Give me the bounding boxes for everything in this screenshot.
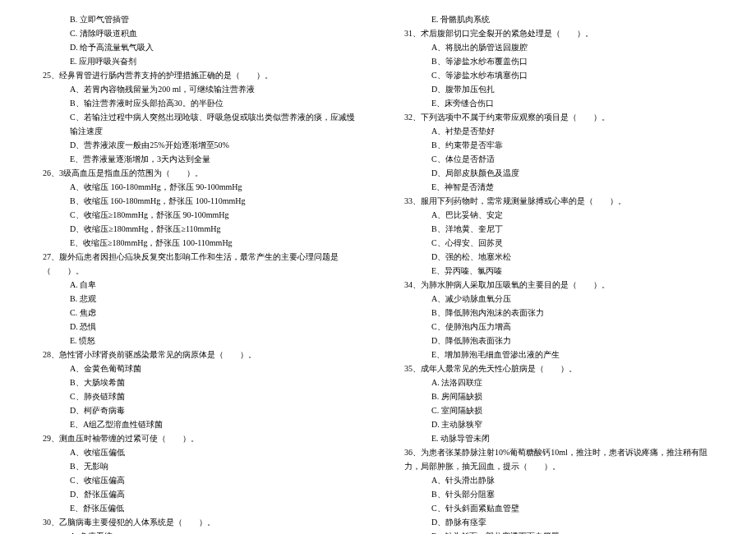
- option: C、若输注过程中病人突然出现呛咳、呼吸急促或咳出类似营养液的痰，应减慢输注速度: [33, 110, 362, 138]
- option: D、营养液浓度一般由25%开始逐渐增至50%: [33, 138, 362, 152]
- question-31: 31、术后腹部切口完全裂开的紧急处理是（ ）。: [394, 26, 723, 40]
- option: C、使肺泡内压力增高: [394, 320, 723, 334]
- option: E、针头斜面一部分穿透下面血管壁: [394, 529, 723, 534]
- option: A、衬垫是否垫好: [394, 124, 723, 138]
- option: B、大肠埃希菌: [33, 375, 362, 389]
- option: C、等渗盐水纱布填塞伤口: [394, 68, 723, 82]
- option: D. 恐惧: [33, 320, 362, 334]
- question-35: 35、成年人最常见的先天性心脏病是（ ）。: [394, 361, 723, 375]
- option: E、神智是否清楚: [394, 180, 723, 194]
- option: D. 给予高流量氧气吸入: [33, 40, 362, 54]
- option: A、金黄色葡萄球菌: [33, 361, 362, 375]
- option: E. 应用呼吸兴奋剂: [33, 54, 362, 68]
- question-30: 30、乙脑病毒主要侵犯的人体系统是（ ）。: [33, 515, 362, 529]
- question-25: 25、经鼻胃管进行肠内营养支持的护理措施正确的是（ ）。: [33, 68, 362, 82]
- option: D、柯萨奇病毒: [33, 403, 362, 417]
- question-33: 33、服用下列药物时，需常规测量脉搏或心率的是（ ）。: [394, 194, 723, 208]
- option: C、肺炎链球菌: [33, 389, 362, 403]
- option: E、收缩压≥180mmHg，舒张压 100-110mmHg: [33, 236, 362, 250]
- question-26: 26、3级高血压是指血压的范围为（ ）。: [33, 166, 362, 180]
- option: B、针头部分阻塞: [394, 487, 723, 501]
- option: E、异丙嗪、氯丙嗪: [394, 264, 723, 278]
- option: A、针头滑出静脉: [394, 473, 723, 487]
- option: C. 室间隔缺损: [394, 403, 723, 417]
- option: D、舒张压偏高: [33, 487, 362, 501]
- option: D、局部皮肤颜色及温度: [394, 166, 723, 180]
- option: A、将脱出的肠管送回腹腔: [394, 40, 723, 54]
- option: B. 立即气管插管: [33, 12, 362, 26]
- option: D、降低肺泡表面张力: [394, 334, 723, 348]
- option: D、强的松、地塞米松: [394, 250, 723, 264]
- right-column: E. 骨骼肌肉系统 31、术后腹部切口完全裂开的紧急处理是（ ）。 A、将脱出的…: [394, 12, 723, 534]
- option: A、减少动脉血氧分压: [394, 292, 723, 306]
- option: C、体位是否舒适: [394, 152, 723, 166]
- question-28: 28、急性肾小球肾炎前驱感染最常见的病原体是（ ）。: [33, 348, 362, 361]
- option: A. 免疫系统: [33, 529, 362, 534]
- option: D、腹带加压包扎: [394, 82, 723, 96]
- option: A、收缩压 160-180mmHg，舒张压 90-100mmHg: [33, 180, 362, 194]
- option: A. 自卑: [33, 278, 362, 292]
- option: E. 动脉导管未闭: [394, 431, 723, 445]
- question-34: 34、为肺水肿病人采取加压吸氧的主要目的是（ ）。: [394, 278, 723, 292]
- option: C、心得安、回苏灵: [394, 236, 723, 250]
- option: E. 愤怒: [33, 334, 362, 348]
- option: B、收缩压 160-180mmHg，舒张压 100-110mmHg: [33, 194, 362, 208]
- option: E、营养液量逐渐增加，3天内达到全量: [33, 152, 362, 166]
- option: C. 清除呼吸道积血: [33, 26, 362, 40]
- option: A、巴比妥钠、安定: [394, 208, 723, 222]
- option: B、约束带是否牢靠: [394, 138, 723, 152]
- option: E. 骨骼肌肉系统: [394, 12, 723, 26]
- option: D. 主动脉狭窄: [394, 417, 723, 431]
- option: E、A组乙型溶血性链球菌: [33, 417, 362, 431]
- option: A、若胃内容物残留量为200 ml，可继续输注营养液: [33, 82, 362, 96]
- option: B、输注营养液时应头部抬高30。的半卧位: [33, 96, 362, 110]
- option: E、舒张压偏低: [33, 501, 362, 515]
- question-27: 27、腹外疝患者因担心疝块反复突出影响工作和生活，最常产生的主要心理问题是（ ）…: [33, 250, 362, 278]
- option: A. 法洛四联症: [394, 375, 723, 389]
- option: B、无影响: [33, 459, 362, 473]
- option: C、针头斜面紧贴血管壁: [394, 501, 723, 515]
- option: B. 房间隔缺损: [394, 389, 723, 403]
- option: C、收缩压偏高: [33, 473, 362, 487]
- question-36: 36、为患者张某静脉注射10%葡萄糖酸钙10ml，推注时，患者诉说疼痛，推注稍有…: [394, 445, 723, 473]
- option: C、收缩压≥180mmHg，舒张压 90-100mmHg: [33, 208, 362, 222]
- option: C. 焦虑: [33, 306, 362, 320]
- option: D、静脉有痉挛: [394, 515, 723, 529]
- question-29: 29、测血压时袖带缠的过紧可使（ ）。: [33, 431, 362, 445]
- option: E、床旁缝合伤口: [394, 96, 723, 110]
- option: A、收缩压偏低: [33, 445, 362, 459]
- option: B. 悲观: [33, 292, 362, 306]
- question-32: 32、下列选项中不属于约束带应观察的项目是（ ）。: [394, 110, 723, 124]
- option: B、等渗盐水纱布覆盖伤口: [394, 54, 723, 68]
- left-column: B. 立即气管插管 C. 清除呼吸道积血 D. 给予高流量氧气吸入 E. 应用呼…: [33, 12, 362, 534]
- two-column-layout: B. 立即气管插管 C. 清除呼吸道积血 D. 给予高流量氧气吸入 E. 应用呼…: [33, 12, 723, 534]
- option: D、收缩压≥180mmHg，舒张压≥110mmHg: [33, 222, 362, 236]
- option: B、降低肺泡内泡沫的表面张力: [394, 306, 723, 320]
- option: B、洋地黄、奎尼丁: [394, 222, 723, 236]
- option: E、增加肺泡毛细血管渗出液的产生: [394, 348, 723, 361]
